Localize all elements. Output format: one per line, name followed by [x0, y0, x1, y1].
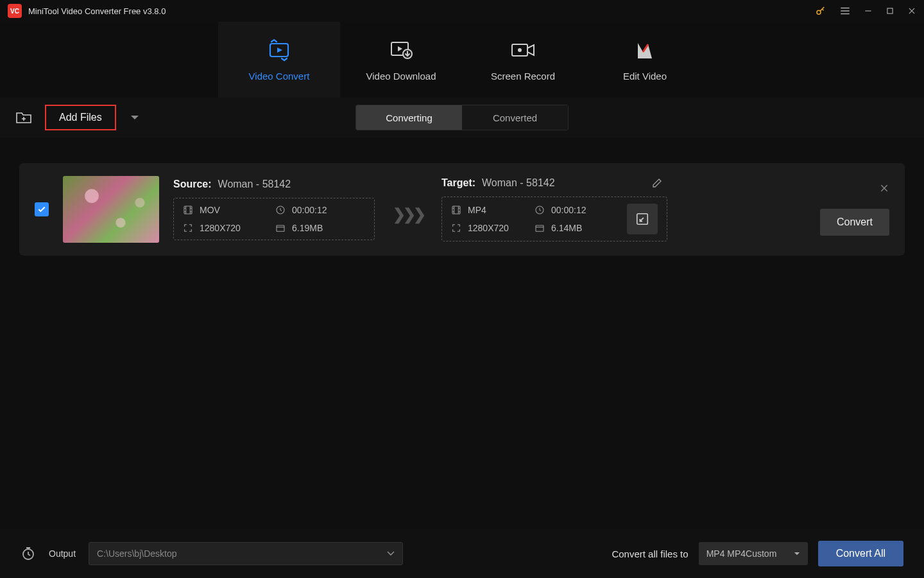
subtabs: Converting Converted	[355, 105, 569, 130]
nav-edit-video[interactable]: Edit Video	[584, 22, 706, 98]
folder-add-icon[interactable]	[15, 110, 32, 125]
nav-label: Video Download	[366, 71, 436, 82]
thumbnail[interactable]	[63, 176, 159, 243]
source-name: Woman - 58142	[218, 179, 291, 190]
toolbar: Add Files Converting Converted	[0, 98, 924, 137]
convert-all-button[interactable]: Convert All	[818, 541, 903, 566]
footer: Output C:\Users\bj\Desktop Convert all f…	[0, 529, 924, 578]
maximize-icon[interactable]	[886, 6, 894, 15]
source-duration: 00:00:12	[292, 205, 327, 215]
format-select[interactable]: MP4 MP4Custom	[699, 542, 808, 565]
nav-label: Video Convert	[249, 71, 310, 82]
schedule-icon[interactable]	[21, 546, 36, 561]
source-column: Source: Woman - 58142 MOV 00:00:12 1280X…	[173, 179, 375, 240]
target-name: Woman - 58142	[482, 177, 555, 189]
menu-icon[interactable]	[839, 5, 851, 17]
app-title: MiniTool Video Converter Free v3.8.0	[28, 6, 815, 16]
target-size: 6.14MB	[551, 223, 582, 233]
svg-rect-12	[536, 225, 543, 231]
chevron-down-icon	[387, 551, 395, 556]
source-label: Source:	[173, 179, 212, 190]
add-files-dropdown-icon[interactable]	[130, 114, 139, 121]
convert-label: Convert	[837, 216, 873, 227]
target-format: MP4	[468, 205, 486, 215]
svg-rect-7	[184, 206, 192, 214]
add-files-button[interactable]: Add Files	[45, 105, 116, 130]
svg-rect-10	[452, 206, 460, 214]
convert-all-button-label: Convert All	[836, 548, 886, 559]
target-resolution: 1280X720	[468, 223, 509, 233]
edit-video-icon	[634, 39, 656, 62]
size-icon	[535, 223, 545, 233]
format-text: MP4 MP4Custom	[706, 548, 777, 559]
source-resolution: 1280X720	[200, 223, 241, 233]
tab-converting[interactable]: Converting	[356, 105, 462, 130]
resolution-icon	[183, 223, 193, 233]
key-icon[interactable]	[815, 5, 826, 17]
remove-item-icon[interactable]	[879, 183, 889, 193]
resolution-icon	[451, 223, 461, 233]
edit-target-icon[interactable]	[651, 177, 663, 189]
tab-label: Converted	[493, 112, 537, 123]
source-size: 6.19MB	[292, 223, 323, 233]
output-path-text: C:\Users\bj\Desktop	[97, 548, 176, 559]
main-nav: Video Convert Video Download Screen Reco…	[0, 22, 924, 98]
target-label: Target:	[441, 177, 475, 189]
record-icon	[509, 39, 536, 62]
target-settings-button[interactable]	[627, 204, 658, 234]
svg-rect-1	[887, 8, 893, 13]
source-info: MOV 00:00:12 1280X720 6.19MB	[173, 198, 375, 240]
nav-label: Screen Record	[491, 71, 555, 82]
titlebar: VC MiniTool Video Converter Free v3.8.0	[0, 0, 924, 22]
source-format: MOV	[200, 205, 220, 215]
file-card: Source: Woman - 58142 MOV 00:00:12 1280X…	[19, 163, 905, 256]
nav-video-convert[interactable]: Video Convert	[218, 22, 340, 98]
size-icon	[275, 223, 286, 233]
svg-rect-9	[277, 225, 284, 231]
clock-icon	[535, 205, 545, 215]
chevron-down-icon	[794, 552, 800, 556]
nav-screen-record[interactable]: Screen Record	[462, 22, 584, 98]
svg-point-6	[518, 48, 522, 52]
format-icon	[451, 205, 461, 215]
target-column: Target: Woman - 58142 MP4 00:00:12	[441, 177, 667, 241]
content-area: Source: Woman - 58142 MOV 00:00:12 1280X…	[0, 137, 924, 256]
nav-label: Edit Video	[623, 71, 667, 82]
target-duration: 00:00:12	[551, 205, 586, 215]
app-logo: VC	[8, 4, 22, 18]
target-info: MP4 00:00:12 1280X720 6.14MB	[441, 197, 667, 241]
format-icon	[183, 205, 193, 215]
download-icon	[388, 39, 414, 62]
close-icon[interactable]	[907, 6, 916, 15]
nav-video-download[interactable]: Video Download	[340, 22, 462, 98]
output-label: Output	[49, 548, 76, 559]
minimize-icon[interactable]	[864, 6, 873, 15]
tab-converted[interactable]: Converted	[462, 105, 568, 130]
convert-button[interactable]: Convert	[820, 209, 889, 236]
clock-icon	[275, 205, 286, 215]
output-path-select[interactable]: C:\Users\bj\Desktop	[89, 542, 403, 565]
convert-all-label: Convert all files to	[612, 548, 688, 559]
file-checkbox[interactable]	[35, 202, 49, 216]
add-files-label: Add Files	[59, 112, 102, 123]
convert-icon	[266, 39, 292, 62]
arrows-icon: ❯❯❯	[389, 206, 427, 223]
tab-label: Converting	[386, 112, 432, 123]
